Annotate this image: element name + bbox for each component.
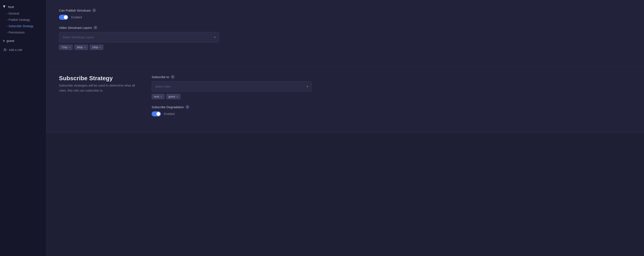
- tag-360p: 360p ×: [74, 45, 88, 50]
- sidebar-item-permissions[interactable]: - Permissions: [0, 29, 46, 36]
- subscribe-degradation-info-icon[interactable]: i: [186, 105, 189, 109]
- subscribe-to-tags: host × guest ×: [152, 94, 312, 99]
- subscribe-to-info-icon[interactable]: i: [171, 75, 174, 79]
- subscribe-strategy-info: Subscribe Strategy Subscribe strategies …: [59, 75, 139, 100]
- can-publish-simulcast-toggle-row: Enabled: [59, 15, 219, 20]
- subscribe-to-select[interactable]: Select roles ▾: [152, 81, 312, 92]
- person-icon: [3, 48, 7, 52]
- tag-guest-close-icon[interactable]: ×: [176, 95, 178, 98]
- subscribe-degradation-label: Subscribe Degradation i: [152, 105, 312, 109]
- add-role-label: Add a role: [9, 48, 22, 52]
- tag-360p-label: 360p: [77, 46, 83, 49]
- subscribe-strategy-section: Subscribe Strategy Subscribe strategies …: [46, 66, 644, 133]
- tag-guest: guest ×: [166, 94, 180, 99]
- sidebar-guest-label: guest: [6, 39, 14, 42]
- can-publish-simulcast-toggle[interactable]: [59, 15, 68, 20]
- chevron-right-icon: [3, 40, 5, 42]
- publish-strategy-fields: Can Publish Simulcast i Enabled Video Si…: [59, 8, 219, 50]
- video-simulcast-layers-label: Video Simulcast Layers i: [59, 26, 219, 30]
- video-simulcast-layers-field: Video Simulcast Layers i Select Simulcas…: [59, 26, 219, 50]
- publish-strategy-section: Can Publish Simulcast i Enabled Video Si…: [46, 0, 644, 66]
- can-publish-simulcast-toggle-label: Enabled: [71, 16, 82, 19]
- tag-180p: 180p ×: [90, 45, 104, 50]
- can-publish-simulcast-info-icon[interactable]: i: [92, 8, 96, 12]
- subscribe-strategy-fields: Subscribe to i Select roles ▾ host × gu: [152, 75, 312, 122]
- tag-720p: 720p ×: [59, 45, 73, 50]
- subscribe-to-field: Subscribe to i Select roles ▾ host × gu: [152, 75, 312, 99]
- svg-point-0: [4, 48, 6, 50]
- tag-720p-label: 720p: [61, 46, 68, 49]
- tag-guest-label: guest: [168, 95, 175, 98]
- sidebar-item-guest[interactable]: guest: [0, 37, 46, 44]
- tag-180p-close-icon[interactable]: ×: [100, 46, 101, 49]
- subscribe-degradation-toggle[interactable]: [152, 111, 161, 116]
- subscribe-degradation-slider: [152, 111, 161, 116]
- can-publish-simulcast-slider: [59, 15, 68, 20]
- subscribe-degradation-toggle-row: Enabled: [152, 111, 312, 116]
- sidebar-host-label: host: [8, 5, 14, 9]
- tag-180p-label: 180p: [92, 46, 98, 49]
- add-role-button[interactable]: Add a role: [0, 46, 46, 54]
- video-simulcast-layers-tags: 720p × 360p × 180p ×: [59, 45, 219, 50]
- subscribe-strategy-title: Subscribe Strategy: [59, 75, 139, 82]
- subscribe-degradation-field: Subscribe Degradation i Enabled: [152, 105, 312, 116]
- tag-720p-close-icon[interactable]: ×: [69, 46, 70, 49]
- subscribe-to-chevron-icon: ▾: [307, 85, 308, 88]
- tag-360p-close-icon[interactable]: ×: [84, 46, 86, 49]
- chevron-icon: ▶: [3, 6, 6, 8]
- video-simulcast-layers-info-icon[interactable]: i: [94, 26, 97, 30]
- sidebar: ▶ host - General - Publish Strategy - Su…: [0, 0, 46, 256]
- sidebar-item-subscribe-strategy[interactable]: - Subscribe Strategy: [0, 23, 46, 29]
- subscribe-to-placeholder: Select roles: [155, 85, 170, 88]
- tag-host: host ×: [152, 94, 164, 99]
- subscribe-to-label: Subscribe to i: [152, 75, 312, 79]
- can-publish-simulcast-field: Can Publish Simulcast i Enabled: [59, 8, 219, 20]
- tag-host-label: host: [154, 95, 159, 98]
- sidebar-item-host[interactable]: ▶ host: [0, 3, 46, 10]
- subscribe-strategy-desc: Subscribe strategies will be used to det…: [59, 83, 139, 93]
- main-content: Can Publish Simulcast i Enabled Video Si…: [46, 0, 644, 256]
- subscribe-degradation-toggle-label: Enabled: [164, 112, 174, 116]
- video-simulcast-layers-select[interactable]: Select Simulcast Layers ▾: [59, 32, 219, 42]
- sidebar-host-children: - General - Publish Strategy - Subscribe…: [0, 10, 46, 36]
- video-simulcast-layers-placeholder: Select Simulcast Layers: [62, 36, 94, 39]
- sidebar-item-publish-strategy[interactable]: - Publish Strategy: [0, 17, 46, 23]
- sidebar-item-general[interactable]: - General: [0, 10, 46, 17]
- video-simulcast-layers-chevron-icon: ▾: [214, 36, 216, 39]
- can-publish-simulcast-label: Can Publish Simulcast i: [59, 8, 219, 12]
- tag-host-close-icon[interactable]: ×: [160, 95, 162, 98]
- sidebar-host-section: ▶ host - General - Publish Strategy - Su…: [0, 2, 46, 36]
